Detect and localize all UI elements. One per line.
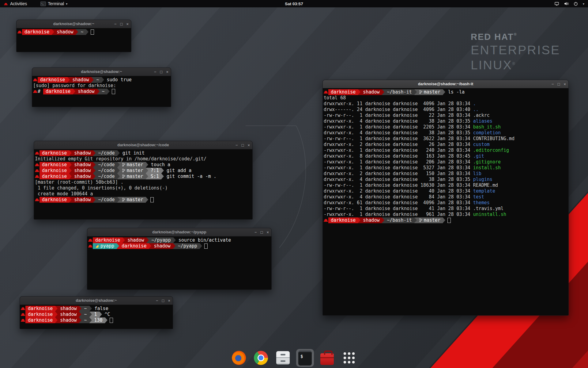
minimize-button[interactable]: −: [156, 299, 158, 303]
file-name: .gitignore: [473, 159, 501, 165]
dock-item-app-grid[interactable]: [340, 349, 358, 367]
output-text: drwxrwxr-x. 2 darknoise darknoise 150 Ja…: [324, 171, 473, 176]
window-title: darknoise@shadow:~/pyapp: [152, 230, 206, 234]
file-name: themes: [473, 200, 490, 205]
window-titlebar[interactable]: darknoise@shadow:~/bash-it −□×: [323, 80, 568, 88]
power-icon[interactable]: [573, 1, 578, 6]
powerline-arrow-icon: [149, 243, 151, 249]
prompt-segment-path: ~/bash-it: [384, 89, 414, 95]
terminal-line: darknoiseshadow~: [17, 29, 130, 35]
terminal-cursor: [150, 197, 154, 202]
dock-item-files[interactable]: [274, 349, 292, 367]
terminal-cursor: [91, 29, 94, 35]
window-titlebar[interactable]: darknoise@shadow:~/code −□×: [34, 141, 252, 149]
terminal-content[interactable]: darknoiseshadow~/code git initInitialize…: [34, 149, 252, 219]
file-name: template: [473, 188, 495, 194]
close-button[interactable]: ×: [126, 22, 129, 26]
chrome-icon: [254, 351, 268, 365]
app-menu-terminal[interactable]: Terminal ▾: [37, 0, 70, 7]
terminal-content[interactable]: darknoiseshadow~/bash-itmaster ls -latot…: [323, 88, 568, 315]
dock-item-toolbox[interactable]: [318, 349, 336, 367]
dock-item-firefox[interactable]: [230, 349, 248, 367]
dock: [230, 349, 358, 367]
maximize-button[interactable]: □: [558, 82, 560, 86]
minimize-button[interactable]: −: [236, 143, 238, 147]
dock-item-terminal[interactable]: [296, 349, 314, 367]
prompt-segment-git: master: [120, 162, 146, 168]
terminal-line: 1 file changed, 0 insertions(+), 0 delet…: [35, 185, 251, 191]
terminal-line: # darknoiseshadow~: [33, 89, 170, 94]
powerline-arrow-icon: [76, 29, 78, 35]
redhat-icon: [35, 197, 40, 203]
clock[interactable]: Sat 03:57: [285, 2, 303, 6]
activities-button[interactable]: Activities: [0, 0, 31, 7]
output-text: drwxrwxr-x. 4 darknoise darknoise 38 Jan…: [324, 118, 473, 124]
terminal-content[interactable]: darknoiseshadow~/pyapp source bin/activa…: [87, 236, 271, 289]
powerline-arrow-icon: [93, 168, 96, 174]
terminal-line: Initialized empty Git repository in /hom…: [35, 156, 251, 162]
powerline-arrow-icon: [93, 150, 96, 156]
terminal-line: drwx------. 24 darknoise darknoise 4096 …: [324, 107, 567, 113]
brand-line-redhat: RED HAT®: [471, 33, 560, 41]
minimize-button[interactable]: −: [552, 82, 554, 86]
maximize-button[interactable]: □: [242, 143, 244, 147]
redhat-icon: [35, 150, 40, 156]
prompt-segment-host: shadow: [151, 243, 173, 249]
prompt-segment-path: ~/code: [96, 162, 117, 168]
terminal-line: drwxrwxr-x. 4 darknoise darknoise 38 Jan…: [324, 118, 567, 124]
terminal-line: -rwxrwxr-x. 1 darknoise darknoise 240 Ja…: [324, 148, 567, 153]
system-status-area[interactable]: ▾: [554, 0, 588, 7]
output-text: [sudo] password for darknoise:: [33, 83, 116, 88]
powerline-arrow-icon: [358, 89, 360, 95]
close-button[interactable]: ×: [266, 230, 269, 234]
output-text: 1 file changed, 0 insertions(+), 0 delet…: [35, 185, 168, 191]
volume-icon[interactable]: [564, 1, 569, 6]
minimize-button[interactable]: −: [154, 70, 156, 74]
window-titlebar[interactable]: darknoise@shadow:~ −□×: [20, 297, 173, 305]
terminal-line: darknoiseshadow~ false: [21, 306, 172, 312]
terminal-line: drwxrwxr-x. 4 darknoise darknoise 84 Jan…: [324, 194, 567, 200]
terminal-line: -rw-rw-r--. 1 darknoise darknoise 22 Jan…: [324, 113, 567, 118]
close-button[interactable]: ×: [166, 70, 168, 74]
maximize-button[interactable]: □: [162, 299, 164, 303]
terminal-line: pyappdarknoiseshadow~/pyapp: [88, 243, 270, 249]
powerline-arrow-icon: [69, 168, 72, 174]
terminal-window: darknoise@shadow:~/code −□× darknoisesha…: [34, 141, 253, 220]
window-titlebar[interactable]: darknoise@shadow:~/pyapp −□×: [87, 228, 271, 236]
maximize-button[interactable]: □: [160, 70, 163, 74]
prompt-segment-host: shadow: [70, 77, 91, 83]
powerline-arrow-icon: [117, 162, 120, 168]
prompt-segment-host: shadow: [360, 89, 382, 95]
registered-mark: ®: [514, 32, 517, 36]
powerline-arrow-icon: [79, 312, 81, 317]
terminal-icon: [298, 351, 312, 366]
powerline-arrow-icon: [67, 77, 70, 83]
powerline-arrow-icon: [93, 162, 96, 168]
terminal-content[interactable]: darknoiseshadow~ sudo true[sudo] passwor…: [32, 76, 171, 107]
close-button[interactable]: ×: [247, 143, 250, 147]
output-text: drwxrwxr-x. 11 darknoise darknoise 4096 …: [324, 101, 473, 106]
minimize-button[interactable]: −: [254, 230, 257, 234]
terminal-line: darknoiseshadow~/codemaster touch a: [35, 162, 251, 168]
window-titlebar[interactable]: darknoise@shadow:~ −□×: [32, 68, 171, 76]
terminal-content[interactable]: darknoiseshadow~ falsedarknoiseshadow~1 …: [20, 305, 173, 329]
output-text: -rwxrwxr-x. 1 darknoise darknoise 2205 J…: [324, 124, 473, 130]
powerline-arrow-icon: [93, 174, 96, 179]
window-titlebar[interactable]: darknoise@shadow:~ −□×: [17, 20, 131, 28]
terminal-content[interactable]: darknoiseshadow~: [17, 28, 131, 52]
maximize-button[interactable]: □: [120, 22, 123, 26]
file-name: test: [473, 194, 484, 200]
display-icon[interactable]: [554, 1, 559, 6]
powerline-arrow-icon: [146, 197, 148, 203]
prompt-segment-path: ~/pyapp: [175, 243, 200, 249]
output-text: drwxrwxr-x. 2 darknoise darknoise 26 Jan…: [324, 142, 473, 147]
maximize-button[interactable]: □: [261, 230, 263, 234]
prompt-segment-user: darknoise: [43, 89, 73, 94]
powerline-arrow-icon: [146, 237, 149, 243]
minimize-button[interactable]: −: [114, 22, 117, 26]
close-button[interactable]: ×: [168, 299, 170, 303]
close-button[interactable]: ×: [564, 82, 566, 86]
terminal-window: darknoise@shadow:~ −□× darknoiseshadow~ …: [20, 296, 173, 329]
output-text: .ackrc: [473, 113, 490, 118]
dock-item-chrome[interactable]: [252, 349, 270, 367]
